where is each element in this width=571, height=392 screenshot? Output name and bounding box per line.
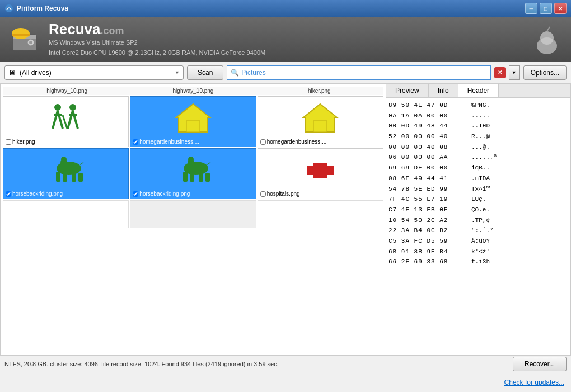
hex-bytes: 54 78 5E ED 99 — [389, 184, 467, 195]
file-name-home1: homegardenbusiness.... — [139, 139, 199, 145]
file-thumb-horse2 — [132, 150, 254, 189]
file-checkbox-horse2[interactable] — [133, 191, 138, 197]
drive-label: (All drives) — [20, 69, 171, 77]
file-name-home2: homegardenbusiness.... — [267, 139, 327, 145]
maximize-button[interactable]: □ — [540, 3, 552, 14]
file-item-horse1[interactable]: horsebackriding.png — [3, 148, 129, 199]
svg-rect-21 — [63, 173, 67, 182]
hex-ascii: ..... — [471, 111, 490, 121]
drive-selector[interactable]: 🖥 (All drives) ▼ — [4, 65, 184, 80]
svg-rect-7 — [12, 34, 30, 36]
file-checkbox-horse1[interactable] — [6, 191, 11, 197]
file-checkbox-home2[interactable] — [260, 139, 266, 145]
app-icon — [4, 4, 13, 13]
tab-info[interactable]: Info — [429, 84, 458, 97]
file-name-hospitals: hospitals.png — [267, 191, 300, 197]
hex-row: 69 69 DE 00 00iqB.. — [389, 163, 568, 173]
hex-row: 89 50 4E 47 0D‰PNG. — [389, 100, 568, 111]
file-item-home2[interactable]: homegardenbusiness.... — [258, 96, 383, 147]
recover-button[interactable]: Recover... — [513, 357, 567, 371]
minimize-button[interactable]: ─ — [525, 3, 537, 14]
svg-point-12 — [69, 104, 76, 111]
status-text: NTFS, 20.8 GB. cluster size: 4096. file … — [4, 361, 279, 367]
tab-header[interactable]: Header — [458, 84, 499, 97]
app-name: Recuva.com — [49, 21, 265, 38]
svg-point-32 — [188, 157, 194, 162]
file-label-home2: homegardenbusiness.... — [259, 138, 382, 145]
file-item-hiker[interactable]: hiker.png — [3, 96, 129, 147]
file-checkbox-hospitals[interactable] — [260, 191, 266, 197]
hex-ascii: ÇO.ë. — [471, 205, 490, 215]
file-label-horse1: horsebackriding.png — [4, 190, 127, 197]
svg-point-11 — [54, 104, 61, 111]
file-label-home1: homegardenbusiness.... — [132, 138, 254, 145]
file-label-hospitals: hospitals.png — [259, 190, 382, 197]
hex-bytes: 6B 91 8B 9E B4 — [389, 247, 467, 257]
file-name-hiker: hiker.png — [12, 139, 35, 145]
scan-button[interactable]: Scan — [187, 65, 223, 80]
hex-row: 52 00 00 00 40R...@ — [389, 131, 568, 142]
svg-line-10 — [547, 27, 550, 31]
file-thumb-horse1 — [4, 150, 127, 189]
svg-point-4 — [29, 41, 32, 44]
hex-ascii: ":.´.² — [471, 225, 494, 236]
filter-dropdown-button[interactable]: ▼ — [509, 65, 520, 80]
hex-bytes: 06 00 00 00 AA — [389, 152, 467, 163]
close-button[interactable]: ✕ — [554, 3, 567, 14]
app-logo-icon — [8, 22, 42, 56]
svg-point-9 — [540, 31, 554, 45]
title-bar: Piriform Recuva ─ □ ✕ — [0, 0, 571, 17]
hex-ascii: .TP,¢ — [471, 215, 490, 226]
svg-rect-28 — [183, 172, 188, 182]
check-updates-link[interactable]: Check for updates... — [504, 379, 564, 386]
file-grid[interactable]: highway_10.png highway_10.png hiker.png — [0, 84, 386, 355]
main-content: highway_10.png highway_10.png hiker.png — [0, 84, 571, 355]
file-checkbox-home1[interactable] — [133, 139, 138, 145]
file-label-hiker: hiker.png — [4, 138, 127, 145]
panel-tabs: Preview Info Header — [386, 84, 570, 98]
search-icon: 🔍 — [231, 69, 239, 77]
filter-clear-button[interactable]: ✕ — [494, 67, 506, 78]
hex-row: 06 00 00 00 AA......ª — [389, 152, 568, 163]
hex-row: 10 54 50 2C A2.TP,¢ — [389, 215, 568, 226]
svg-rect-20 — [56, 172, 60, 182]
bottom-bar: Check for updates... — [0, 372, 571, 392]
svg-rect-30 — [199, 172, 203, 182]
hex-bytes: 7F 4C 55 E7 19 — [389, 194, 467, 205]
filename-col1: highway_10.png — [5, 88, 129, 94]
hex-ascii: ‰PNG. — [471, 100, 490, 111]
file-item-horse2[interactable]: horsebackriding.png — [130, 148, 256, 199]
options-button[interactable]: Options... — [523, 65, 567, 80]
file-thumb-home2 — [259, 98, 382, 137]
hex-ascii: Å:üÕY — [471, 236, 490, 247]
filename-col3: hiker.png — [258, 88, 381, 94]
hex-bytes: 66 2E 69 33 68 — [389, 257, 467, 267]
filter-input-box[interactable]: 🔍 Pictures — [227, 65, 490, 80]
system-info-line2: Intel Core2 Duo CPU L9600 @ 2.13GHz, 2.0… — [49, 48, 265, 58]
hex-row: 66 2E 69 33 68f.i3h — [389, 257, 568, 267]
hex-bytes: 52 00 00 00 40 — [389, 131, 467, 142]
hex-row: 00 00 00 40 08...@. — [389, 142, 568, 153]
file-checkbox-hiker[interactable] — [6, 139, 11, 145]
hex-data-view: 89 50 4E 47 0D‰PNG.0A 1A 0A 00 00.....00… — [386, 98, 570, 355]
hex-ascii: ...@. — [471, 142, 490, 153]
right-panel: Preview Info Header 89 50 4E 47 0D‰PNG.0… — [386, 84, 571, 355]
hex-bytes: 10 54 50 2C A2 — [389, 215, 467, 226]
hex-bytes: C7 4E 13 EB 0F — [389, 205, 467, 215]
file-label-horse2: horsebackriding.png — [132, 190, 254, 197]
svg-rect-25 — [60, 162, 68, 167]
window-controls: ─ □ ✕ — [525, 3, 567, 14]
hex-ascii: k'<ž' — [471, 247, 490, 257]
tab-preview[interactable]: Preview — [386, 84, 429, 97]
file-names-header: highway_10.png highway_10.png hiker.png — [3, 87, 383, 95]
file-item-home1[interactable]: homegardenbusiness.... — [130, 96, 256, 147]
file-grid-row-2: horsebackriding.png — [3, 148, 383, 199]
svg-rect-33 — [188, 162, 195, 167]
hex-bytes: 22 3A B4 0C B2 — [389, 225, 467, 236]
hex-row: 54 78 5E ED 99Tx^i™ — [389, 184, 568, 195]
hex-row: C5 3A FC D5 59Å:üÕY — [389, 236, 568, 247]
file-item-empty1 — [3, 200, 129, 228]
hex-bytes: 89 50 4E 47 0D — [389, 100, 467, 111]
file-thumb-home1 — [132, 98, 254, 137]
file-item-hospitals[interactable]: hospitals.png — [258, 148, 383, 199]
